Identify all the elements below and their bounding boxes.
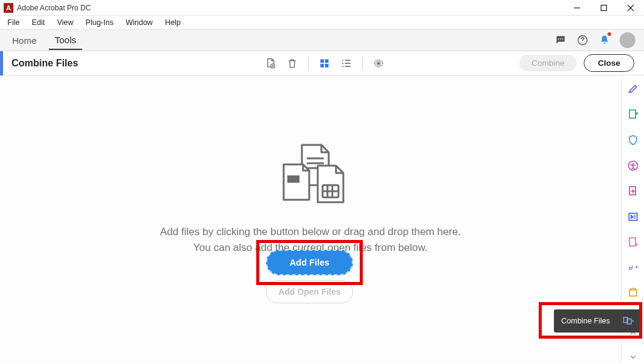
combine-files-icon [622, 315, 634, 327]
tab-tools[interactable]: Tools [49, 31, 82, 50]
toolbar: Combine Files Combine Close [0, 51, 644, 76]
svg-point-18 [342, 66, 343, 67]
svg-rect-12 [320, 63, 324, 67]
svg-point-5 [560, 38, 561, 40]
notifications-icon[interactable] [595, 31, 614, 49]
create-pdf-icon[interactable] [626, 236, 640, 248]
menu-view[interactable]: View [52, 17, 79, 28]
list-view-icon[interactable] [338, 55, 355, 72]
menu-plugins[interactable]: Plug-Ins [81, 17, 119, 28]
add-files-button[interactable]: Add Files [266, 250, 353, 275]
combine-files-tooltip[interactable]: Combine Files [554, 309, 642, 333]
svg-rect-24 [287, 175, 299, 183]
window-controls [564, 0, 644, 16]
accessibility-icon[interactable] [626, 160, 640, 172]
drop-area[interactable]: Add files by clicking the button below o… [0, 76, 621, 363]
separator [308, 57, 309, 70]
window-title: Adobe Acrobat Pro DC [17, 4, 564, 12]
toolbar-center [262, 55, 387, 72]
toolbar-accent [0, 51, 3, 76]
svg-rect-11 [325, 59, 329, 63]
svg-rect-1 [601, 5, 607, 10]
grid-view-icon[interactable] [316, 55, 333, 72]
app-icon: A [4, 3, 13, 13]
svg-point-16 [342, 63, 343, 64]
separator [362, 57, 363, 70]
svg-point-14 [342, 60, 343, 61]
combine-button[interactable]: Combine [519, 55, 576, 71]
avatar[interactable] [620, 32, 635, 48]
close-window-button[interactable] [617, 0, 644, 16]
convert-xls-icon[interactable]: xl [626, 262, 640, 273]
svg-point-4 [558, 38, 559, 40]
protect-icon[interactable] [626, 134, 640, 146]
chevron-down-icon[interactable] [626, 351, 640, 363]
close-button[interactable]: Close [584, 54, 634, 72]
rich-media-icon[interactable] [626, 211, 640, 223]
tab-home[interactable]: Home [6, 32, 43, 49]
menu-file[interactable]: File [2, 17, 24, 28]
svg-point-8 [582, 43, 583, 43]
titlebar: A Adobe Acrobat Pro DC [0, 0, 644, 16]
add-open-files-button[interactable]: Add Open Files [266, 280, 353, 303]
svg-rect-13 [325, 63, 329, 67]
files-illustration-icon [268, 141, 353, 211]
menu-window[interactable]: Window [121, 17, 157, 28]
menu-help[interactable]: Help [160, 17, 186, 28]
svg-point-20 [377, 62, 380, 64]
toolbar-title: Combine Files [12, 58, 78, 69]
help-icon[interactable] [573, 31, 592, 49]
svg-text:xl: xl [628, 266, 633, 271]
add-page-icon[interactable] [262, 55, 279, 72]
edit-pdf-icon[interactable] [626, 83, 640, 95]
svg-rect-34 [629, 238, 635, 246]
settings-gear-icon[interactable] [370, 55, 387, 72]
svg-rect-29 [629, 110, 635, 118]
menu-edit[interactable]: Edit [27, 17, 50, 28]
tooltip-label: Combine Files [561, 317, 610, 325]
menubar: File Edit View Plug-Ins Window Help [0, 16, 644, 29]
maximize-button[interactable] [590, 0, 617, 16]
organize-icon[interactable] [626, 185, 640, 197]
main-content: Add files by clicking the button below o… [0, 76, 621, 363]
stamp-icon[interactable] [626, 287, 640, 299]
export-pdf-icon[interactable] [626, 108, 640, 121]
navbar: Home Tools [0, 29, 644, 51]
drop-text-line1: Add files by clicking the button below o… [160, 224, 461, 240]
minimize-button[interactable] [564, 0, 590, 16]
svg-rect-10 [320, 59, 324, 63]
svg-point-6 [562, 38, 564, 40]
svg-point-31 [632, 163, 634, 164]
svg-rect-36 [629, 290, 637, 296]
trash-icon[interactable] [284, 55, 301, 72]
comments-icon[interactable] [551, 31, 570, 49]
